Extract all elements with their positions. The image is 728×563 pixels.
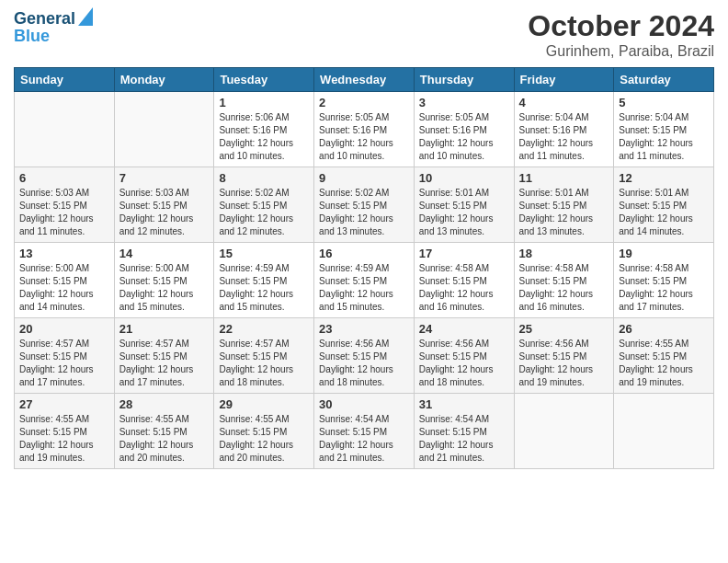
table-row: 4Sunrise: 5:04 AMSunset: 5:16 PMDaylight…: [514, 92, 614, 167]
day-info: Sunrise: 4:54 AMSunset: 5:15 PMDaylight:…: [319, 413, 409, 465]
logo-icon: [78, 7, 93, 26]
table-row: 20Sunrise: 4:57 AMSunset: 5:15 PMDayligh…: [15, 318, 115, 394]
col-friday: Friday: [514, 68, 614, 92]
day-info: Sunrise: 5:01 AMSunset: 5:15 PMDaylight:…: [519, 187, 609, 238]
calendar-subtitle: Gurinhem, Paraiba, Brazil: [528, 43, 714, 60]
table-row: 26Sunrise: 4:55 AMSunset: 5:15 PMDayligh…: [614, 318, 714, 394]
calendar-title: October 2024: [528, 9, 714, 43]
table-row: [114, 92, 214, 167]
day-info: Sunrise: 5:03 AMSunset: 5:15 PMDaylight:…: [119, 187, 210, 238]
day-number: 18: [519, 247, 609, 260]
day-number: 17: [419, 247, 509, 260]
table-row: [514, 394, 614, 469]
col-monday: Monday: [114, 68, 214, 92]
svg-marker-0: [78, 7, 93, 26]
day-number: 19: [619, 247, 709, 260]
calendar-row: 27Sunrise: 4:55 AMSunset: 5:15 PMDayligh…: [15, 394, 714, 469]
day-number: 22: [219, 322, 309, 336]
day-number: 2: [319, 96, 409, 109]
table-row: 2Sunrise: 5:05 AMSunset: 5:16 PMDaylight…: [314, 92, 415, 167]
table-row: 28Sunrise: 4:55 AMSunset: 5:15 PMDayligh…: [114, 394, 214, 469]
table-row: 8Sunrise: 5:02 AMSunset: 5:15 PMDaylight…: [214, 167, 314, 243]
day-number: 16: [319, 247, 409, 260]
day-number: 23: [319, 322, 409, 336]
day-info: Sunrise: 4:58 AMSunset: 5:15 PMDaylight:…: [519, 262, 609, 314]
table-row: [15, 92, 115, 167]
day-number: 11: [519, 171, 609, 185]
day-info: Sunrise: 4:57 AMSunset: 5:15 PMDaylight:…: [19, 338, 109, 389]
table-row: 3Sunrise: 5:05 AMSunset: 5:16 PMDaylight…: [414, 92, 514, 167]
day-number: 26: [619, 322, 709, 336]
day-info: Sunrise: 5:00 AMSunset: 5:15 PMDaylight:…: [19, 262, 109, 314]
table-row: [614, 394, 714, 469]
table-row: 21Sunrise: 4:57 AMSunset: 5:15 PMDayligh…: [114, 318, 214, 394]
day-number: 4: [519, 96, 609, 109]
table-row: 6Sunrise: 5:03 AMSunset: 5:15 PMDaylight…: [15, 167, 115, 243]
day-info: Sunrise: 5:00 AMSunset: 5:15 PMDaylight:…: [119, 262, 210, 314]
table-row: 22Sunrise: 4:57 AMSunset: 5:15 PMDayligh…: [214, 318, 314, 394]
day-info: Sunrise: 4:57 AMSunset: 5:15 PMDaylight:…: [119, 338, 210, 389]
day-info: Sunrise: 5:02 AMSunset: 5:15 PMDaylight:…: [319, 187, 409, 238]
page: General Blue October 2024 Gurinhem, Para…: [0, 0, 728, 563]
header-row: Sunday Monday Tuesday Wednesday Thursday…: [15, 68, 714, 92]
day-info: Sunrise: 5:05 AMSunset: 5:16 PMDaylight:…: [319, 111, 409, 163]
day-number: 1: [219, 96, 309, 109]
day-info: Sunrise: 4:54 AMSunset: 5:15 PMDaylight:…: [419, 413, 509, 465]
day-info: Sunrise: 5:05 AMSunset: 5:16 PMDaylight:…: [419, 111, 509, 163]
table-row: 18Sunrise: 4:58 AMSunset: 5:15 PMDayligh…: [514, 243, 614, 318]
day-info: Sunrise: 4:59 AMSunset: 5:15 PMDaylight:…: [219, 262, 309, 314]
day-info: Sunrise: 4:56 AMSunset: 5:15 PMDaylight:…: [419, 338, 509, 389]
day-number: 20: [19, 322, 109, 336]
day-info: Sunrise: 4:59 AMSunset: 5:15 PMDaylight:…: [319, 262, 409, 314]
day-number: 3: [419, 96, 509, 109]
day-number: 5: [619, 96, 709, 109]
calendar-row: 6Sunrise: 5:03 AMSunset: 5:15 PMDaylight…: [15, 167, 714, 243]
day-info: Sunrise: 4:58 AMSunset: 5:15 PMDaylight:…: [619, 262, 709, 314]
day-info: Sunrise: 5:01 AMSunset: 5:15 PMDaylight:…: [419, 187, 509, 238]
table-row: 10Sunrise: 5:01 AMSunset: 5:15 PMDayligh…: [414, 167, 514, 243]
day-info: Sunrise: 5:01 AMSunset: 5:15 PMDaylight:…: [619, 187, 709, 238]
table-row: 16Sunrise: 4:59 AMSunset: 5:15 PMDayligh…: [314, 243, 415, 318]
table-row: 14Sunrise: 5:00 AMSunset: 5:15 PMDayligh…: [114, 243, 214, 318]
table-row: 27Sunrise: 4:55 AMSunset: 5:15 PMDayligh…: [15, 394, 115, 469]
day-number: 21: [119, 322, 210, 336]
day-info: Sunrise: 5:04 AMSunset: 5:15 PMDaylight:…: [619, 111, 709, 163]
day-number: 8: [219, 171, 309, 185]
table-row: 15Sunrise: 4:59 AMSunset: 5:15 PMDayligh…: [214, 243, 314, 318]
day-number: 31: [419, 397, 509, 411]
day-number: 28: [119, 397, 210, 411]
calendar-table: Sunday Monday Tuesday Wednesday Thursday…: [14, 67, 714, 469]
day-info: Sunrise: 4:55 AMSunset: 5:15 PMDaylight:…: [219, 413, 309, 465]
day-info: Sunrise: 4:58 AMSunset: 5:15 PMDaylight:…: [419, 262, 509, 314]
calendar-row: 13Sunrise: 5:00 AMSunset: 5:15 PMDayligh…: [15, 243, 714, 318]
day-number: 12: [619, 171, 709, 185]
table-row: 23Sunrise: 4:56 AMSunset: 5:15 PMDayligh…: [314, 318, 415, 394]
table-row: 9Sunrise: 5:02 AMSunset: 5:15 PMDaylight…: [314, 167, 415, 243]
day-info: Sunrise: 4:57 AMSunset: 5:15 PMDaylight:…: [219, 338, 309, 389]
col-saturday: Saturday: [614, 68, 714, 92]
day-info: Sunrise: 4:55 AMSunset: 5:15 PMDaylight:…: [119, 413, 210, 465]
col-thursday: Thursday: [414, 68, 514, 92]
day-number: 15: [219, 247, 309, 260]
table-row: 19Sunrise: 4:58 AMSunset: 5:15 PMDayligh…: [614, 243, 714, 318]
day-number: 30: [319, 397, 409, 411]
day-number: 29: [219, 397, 309, 411]
calendar-row: 1Sunrise: 5:06 AMSunset: 5:16 PMDaylight…: [15, 92, 714, 167]
day-info: Sunrise: 4:56 AMSunset: 5:15 PMDaylight:…: [519, 338, 609, 389]
calendar-row: 20Sunrise: 4:57 AMSunset: 5:15 PMDayligh…: [15, 318, 714, 394]
table-row: 11Sunrise: 5:01 AMSunset: 5:15 PMDayligh…: [514, 167, 614, 243]
logo: General Blue: [14, 9, 93, 46]
table-row: 12Sunrise: 5:01 AMSunset: 5:15 PMDayligh…: [614, 167, 714, 243]
day-info: Sunrise: 5:02 AMSunset: 5:15 PMDaylight:…: [219, 187, 309, 238]
day-info: Sunrise: 5:03 AMSunset: 5:15 PMDaylight:…: [19, 187, 109, 238]
col-tuesday: Tuesday: [214, 68, 314, 92]
day-number: 7: [119, 171, 210, 185]
table-row: 7Sunrise: 5:03 AMSunset: 5:15 PMDaylight…: [114, 167, 214, 243]
day-info: Sunrise: 5:04 AMSunset: 5:16 PMDaylight:…: [519, 111, 609, 163]
day-number: 14: [119, 247, 210, 260]
table-row: 17Sunrise: 4:58 AMSunset: 5:15 PMDayligh…: [414, 243, 514, 318]
logo-text-blue: Blue: [14, 28, 50, 46]
table-row: 13Sunrise: 5:00 AMSunset: 5:15 PMDayligh…: [15, 243, 115, 318]
table-row: 31Sunrise: 4:54 AMSunset: 5:15 PMDayligh…: [414, 394, 514, 469]
col-wednesday: Wednesday: [314, 68, 415, 92]
